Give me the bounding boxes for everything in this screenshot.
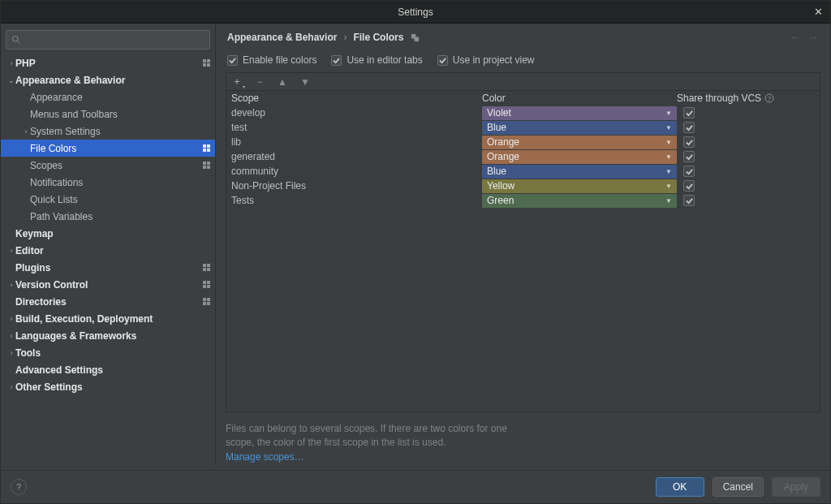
color-dropdown[interactable]: Blue▼ (482, 121, 677, 135)
use-in-editor-tabs-checkbox[interactable]: Use in editor tabs (331, 54, 422, 66)
table-row[interactable]: testBlue▼ (226, 120, 820, 135)
use-in-project-view-label: Use in project view (453, 54, 535, 66)
hint-text: Files can belong to several scopes. If t… (216, 417, 830, 465)
close-icon[interactable]: ✕ (811, 4, 825, 19)
sidebar-item-appearance[interactable]: Appearance (1, 88, 215, 106)
breadcrumb-root[interactable]: Appearance & Behavior (227, 32, 337, 43)
color-dropdown[interactable]: Violet▼ (482, 106, 677, 120)
sidebar-item-quick-lists[interactable]: Quick Lists (1, 191, 215, 208)
share-cell (677, 107, 815, 118)
color-dropdown[interactable]: Yellow▼ (482, 179, 677, 193)
chevron-right-icon: › (343, 32, 347, 43)
table-row[interactable]: generatedOrange▼ (226, 149, 820, 164)
use-in-project-view-checkbox[interactable]: Use in project view (437, 54, 535, 66)
move-up-button[interactable]: ▲ (277, 76, 288, 88)
sidebar-item-notifications[interactable]: Notifications (1, 174, 215, 191)
color-label: Orange (487, 151, 519, 162)
color-cell[interactable]: Green▼ (482, 194, 677, 208)
color-dropdown[interactable]: Green▼ (482, 194, 677, 208)
sidebar-item-label: Languages & Frameworks (15, 330, 210, 342)
color-cell[interactable]: Blue▼ (482, 121, 677, 135)
header-color: Color (482, 93, 677, 104)
svg-point-0 (13, 37, 19, 42)
sidebar-item-tools[interactable]: ›Tools (1, 344, 215, 361)
modified-indicator-icon (203, 298, 210, 305)
enable-file-colors-checkbox[interactable]: Enable file colors (227, 54, 316, 66)
help-icon[interactable]: ? (764, 93, 774, 103)
nav-back-icon[interactable]: ← (790, 31, 801, 44)
share-checkbox[interactable] (683, 195, 695, 206)
move-down-button[interactable]: ▼ (299, 76, 311, 88)
color-cell[interactable]: Orange▼ (482, 136, 677, 149)
sidebar-item-build-execution-deployment[interactable]: ›Build, Execution, Deployment (1, 310, 215, 327)
sidebar-item-file-colors[interactable]: File Colors (1, 140, 215, 157)
color-cell[interactable]: Violet▼ (482, 106, 677, 120)
sidebar-item-other-settings[interactable]: ›Other Settings (1, 378, 215, 395)
settings-tree[interactable]: ›PHP⌄Appearance & BehaviorAppearanceMenu… (1, 53, 215, 465)
table-row[interactable]: TestsGreen▼ (226, 193, 820, 208)
svg-line-1 (18, 41, 20, 44)
sidebar-item-version-control[interactable]: ›Version Control (1, 276, 215, 293)
help-button[interactable]: ? (11, 479, 27, 495)
svg-rect-16 (203, 268, 206, 271)
color-cell[interactable]: Yellow▼ (482, 179, 677, 193)
nav-forward-icon[interactable]: → (807, 31, 819, 44)
ok-button[interactable]: OK (656, 477, 704, 497)
color-label: Violet (487, 107, 511, 118)
table-row[interactable]: libOrange▼ (226, 135, 820, 149)
scope-cell: Tests (231, 195, 482, 206)
svg-rect-5 (207, 63, 210, 67)
sidebar-item-directories[interactable]: Directories (1, 293, 215, 310)
chevron-down-icon: ⌄ (7, 76, 15, 84)
table-header: Scope Color Share through VCS ? (226, 91, 820, 106)
share-cell (677, 180, 815, 192)
sidebar-item-languages-frameworks[interactable]: ›Languages & Frameworks (1, 327, 215, 344)
table-rows: developViolet▼testBlue▼libOrange▼generat… (226, 106, 820, 208)
share-cell (677, 122, 815, 133)
sidebar-item-appearance-behavior[interactable]: ⌄Appearance & Behavior (1, 71, 215, 88)
scope-cell: lib (231, 136, 482, 148)
sidebar-item-menus-and-toolbars[interactable]: Menus and Toolbars (1, 106, 215, 123)
chevron-right-icon: › (7, 59, 15, 67)
share-checkbox[interactable] (683, 107, 695, 118)
sidebar-item-label: Other Settings (15, 381, 210, 393)
cancel-button[interactable]: Cancel (713, 477, 764, 497)
add-button[interactable]: ＋▾ (231, 76, 243, 88)
sidebar-item-scopes[interactable]: Scopes (1, 157, 215, 174)
color-cell[interactable]: Orange▼ (482, 150, 677, 164)
share-checkbox[interactable] (683, 151, 695, 162)
share-checkbox[interactable] (683, 122, 695, 133)
sidebar-item-label: Advanced Settings (15, 364, 210, 376)
remove-button[interactable]: − (254, 76, 265, 88)
sidebar-item-system-settings[interactable]: ›System Settings (1, 123, 215, 140)
color-dropdown[interactable]: Blue▼ (482, 165, 677, 179)
table-row[interactable]: communityBlue▼ (226, 164, 820, 179)
search-input[interactable] (6, 30, 210, 50)
color-dropdown[interactable]: Orange▼ (482, 150, 677, 164)
color-dropdown[interactable]: Orange▼ (482, 136, 677, 149)
svg-text:?: ? (768, 95, 772, 102)
manage-scopes-link[interactable]: Manage scopes… (226, 450, 304, 463)
table-row[interactable]: developViolet▼ (226, 106, 820, 120)
color-cell[interactable]: Blue▼ (482, 165, 677, 179)
chevron-right-icon: › (7, 332, 15, 340)
share-checkbox[interactable] (683, 166, 695, 177)
chevron-right-icon: › (7, 349, 15, 357)
sidebar-item-label: Plugins (15, 262, 203, 274)
sidebar-item-keymap[interactable]: Keymap (1, 225, 215, 242)
table-row[interactable]: Non-Project FilesYellow▼ (226, 179, 820, 193)
modified-indicator-icon (203, 281, 210, 288)
window-title: Settings (398, 6, 433, 18)
search-field[interactable] (24, 34, 205, 45)
sidebar-item-label: Version Control (15, 279, 203, 291)
share-checkbox[interactable] (683, 180, 695, 192)
share-checkbox[interactable] (683, 136, 695, 148)
sidebar-item-path-variables[interactable]: Path Variables (1, 208, 215, 225)
sidebar-item-advanced-settings[interactable]: Advanced Settings (1, 361, 215, 378)
scope-tag-icon (410, 32, 420, 42)
sidebar-item-editor[interactable]: ›Editor (1, 242, 215, 259)
sidebar-item-plugins[interactable]: Plugins (1, 259, 215, 276)
sidebar-item-php[interactable]: ›PHP (1, 54, 215, 71)
svg-rect-19 (207, 281, 210, 284)
scope-cell: Non-Project Files (231, 180, 482, 192)
